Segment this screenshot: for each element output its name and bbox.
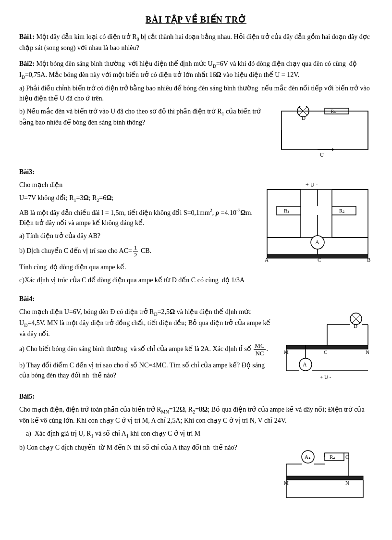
circuit-diagram-bai5: A₁ R₂ C M N (277, 442, 373, 505)
svg-text:R₂: R₂ (339, 208, 344, 213)
bai3-intro: Cho mạch điện (19, 180, 253, 190)
bai4-intro: Cho mạch điện U=6V, bóng đèn Đ có điện t… (19, 307, 272, 339)
bai4-b: b) Thay đổi điểm C đến vị trí sao cho tỉ… (19, 360, 272, 380)
bai4-content: Cho mạch điện U=6V, bóng đèn Đ có điện t… (19, 307, 373, 386)
circuit-diagram-bai2: Đ R₁ U (277, 106, 373, 159)
svg-text:Đ: Đ (302, 115, 306, 121)
svg-rect-62 (286, 476, 363, 480)
svg-text:C: C (345, 454, 349, 460)
svg-text:N: N (366, 349, 369, 355)
bai2-b-para: b) Nếu mắc đèn và biến trở vào U đã cho … (19, 106, 267, 127)
svg-text:A: A (303, 361, 307, 368)
svg-text:A: A (315, 239, 319, 246)
svg-text:+ U -: + U - (306, 181, 318, 188)
bai5-diagram: A₁ R₂ C M N (277, 442, 373, 507)
svg-text:A: A (265, 257, 269, 263)
section-bai1: Bài1: Một dây dẫn kim loại có điện trở R… (19, 32, 373, 53)
svg-text:B: B (367, 257, 370, 263)
bai2-a: a) Phải điều chỉnh biến trở có điện trở … (19, 83, 373, 103)
bai2-diagram: Đ R₁ U (277, 106, 373, 161)
svg-text:R₂: R₂ (330, 454, 335, 460)
svg-text:R₁: R₁ (284, 208, 289, 213)
bai5-a: a) Xác định giá trị U, R1 và số chỉ A1 k… (19, 428, 373, 440)
svg-text:U: U (320, 152, 324, 158)
section-bai5: Bài5: Cho mạch điện, điện trở toàn phần … (19, 391, 373, 507)
svg-text:A₁: A₁ (305, 454, 310, 460)
bai3-content: Cho mạch điện U=7V không đổi; R1=3Ω; R2=… (19, 180, 373, 288)
bai4-diagram: D M C N A + U - (282, 307, 373, 386)
svg-text:C: C (318, 257, 321, 263)
bai3-params: U=7V không đổi; R1=3Ω; R2=6Ω; (19, 193, 253, 204)
bai4-a: a) Cho biết bóng đèn sáng bình thường và… (19, 342, 272, 357)
bai5-intro: Cho mạch điện, điện trở toàn phần của bi… (19, 404, 373, 426)
svg-text:R₁: R₁ (331, 108, 336, 114)
section-bai2: Bài2: Một bóng đèn sáng bình thường với … (19, 59, 373, 162)
circuit-diagram-bai4: D M C N A + U - (282, 307, 373, 384)
bai5-label: Bài5: (19, 391, 373, 402)
bai2-intro: Bài2: Một bóng đèn sáng bình thường với … (19, 59, 373, 81)
bai3-diagram: + U - A C B R₁ R₂ A (262, 180, 373, 266)
bai4-label: Bài4: (19, 294, 373, 304)
svg-rect-0 (282, 111, 368, 150)
bai1-text: Bài1: Một dây dẫn kim loại có điện trở R… (19, 32, 373, 53)
svg-text:D: D (354, 323, 357, 329)
svg-marker-11 (332, 148, 334, 151)
svg-text:+  U  -: + U - (320, 374, 331, 380)
bai5-b: b) Con chạy C dịch chuyển từ M đến N thì… (19, 442, 267, 452)
bai3-c: c)Xác định vị trúc của C để dòng điện qu… (19, 275, 253, 285)
bai3-text: Cho mạch điện U=7V không đổi; R1=3Ω; R2=… (19, 180, 253, 288)
svg-text:N: N (345, 480, 349, 486)
bai3-desc: AB là một dây dẫn chiều dài l = 1,5m, ti… (19, 207, 253, 228)
bai3-label: Bài3: (19, 167, 373, 177)
bai4-text: Cho mạch điện U=6V, bóng đèn Đ có điện t… (19, 307, 272, 383)
bai5-b-text: b) Con chạy C dịch chuyển từ M đến N thì… (19, 442, 267, 455)
bai2-b-section: b) Nếu mắc đèn và biến trở vào U đã cho … (19, 106, 373, 161)
page-title: BÀI TẬP VỀ BIẾN TRỞ (19, 14, 373, 25)
circuit-diagram-bai3: + U - A C B R₁ R₂ A (262, 180, 373, 264)
bai1-label: Bài1: (19, 33, 35, 40)
bai3-a: a) Tính điện trở của dây AB? (19, 231, 253, 241)
bai3-b2: Tính cùng độ dòng điện qua ampe kế. (19, 262, 253, 272)
section-bai4: Bài4: Cho mạch điện U=6V, bóng đèn Đ có … (19, 294, 373, 386)
svg-text:C: C (324, 349, 327, 355)
bai3-b: b) Dịch chuyển C đến vị trí sao cho AC=1… (19, 244, 253, 259)
bai2-b-text: b) Nếu mắc đèn và biến trở vào U đã cho … (19, 106, 267, 130)
bai2-label: Bài2: (19, 60, 35, 67)
bai5-b-section: b) Con chạy C dịch chuyển từ M đến N thì… (19, 442, 373, 507)
svg-rect-41 (286, 345, 368, 349)
section-bai3: Bài3: Cho mạch điện U=7V không đổi; R1=3… (19, 167, 373, 288)
